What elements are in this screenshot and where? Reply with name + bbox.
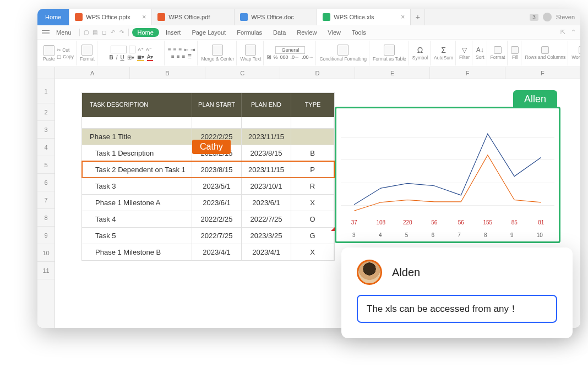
indent-right-icon[interactable]: ⇥ <box>190 47 195 53</box>
tab-file-doc[interactable]: WPS Office.doc <box>235 9 317 25</box>
cell-end[interactable]: 2023/11/15 <box>242 129 291 145</box>
table-row[interactable]: Task 52022/7/252023/3/25G <box>82 227 334 244</box>
fill-color-button[interactable]: ◼▾ <box>137 54 144 61</box>
align-center-icon[interactable]: ≡ <box>177 53 180 59</box>
ribbon-tab-view[interactable]: View <box>323 29 345 36</box>
ribbon-tab-insert[interactable]: Insert <box>161 29 186 36</box>
cell-start[interactable]: 2022/7/25 <box>192 228 242 244</box>
col-header[interactable]: B <box>130 67 205 79</box>
cut-button[interactable]: ✂ Cut <box>57 47 74 53</box>
cell-desc[interactable]: Task 1 Description <box>82 145 192 161</box>
comma-icon[interactable]: 000 <box>280 54 288 60</box>
font-family-select[interactable] <box>111 46 127 53</box>
cell-end[interactable]: 2023/10/1 <box>242 178 291 194</box>
cell-desc[interactable]: Phase 1 Milestone B <box>82 244 192 260</box>
col-header[interactable]: C <box>205 67 280 79</box>
ribbon-symbol[interactable]: Ω Symbol <box>410 41 431 65</box>
print-icon[interactable]: ▤ <box>92 29 99 35</box>
row-header[interactable]: 1 <box>37 79 55 103</box>
ribbon-format2[interactable]: Format <box>488 41 508 65</box>
table-row[interactable]: Phase 1 Milestone A2023/6/12023/6/1X <box>82 194 334 211</box>
ribbon-conditional-formatting[interactable]: Conditional Formatting <box>317 41 369 65</box>
user-avatar[interactable] <box>543 13 552 21</box>
percent-icon[interactable]: % <box>273 54 277 60</box>
cell-type[interactable]: R <box>291 178 334 194</box>
row-header[interactable]: 10 <box>37 244 55 262</box>
close-icon[interactable]: × <box>138 13 146 21</box>
chart[interactable]: Allen 3710822056561558581345678910 <box>335 100 560 243</box>
ribbon-merge[interactable]: Merge & Center <box>199 41 237 65</box>
ribbon-filter[interactable]: ▽ Filter <box>457 41 472 65</box>
cell-start[interactable]: 2023/8/15 <box>192 162 242 178</box>
row-header[interactable]: 6 <box>37 174 55 191</box>
notification-badge[interactable]: 3 <box>530 14 538 21</box>
cell-desc[interactable]: Phase 1 Milestone A <box>82 195 192 211</box>
underline-button[interactable]: U <box>120 54 124 61</box>
cell-desc[interactable]: Task 3 <box>82 178 192 194</box>
cell-type[interactable]: B <box>291 145 334 161</box>
hamburger-icon[interactable] <box>42 30 50 34</box>
row-header[interactable]: 2 <box>37 103 55 121</box>
font-color-button[interactable]: A▾ <box>147 54 154 61</box>
col-header[interactable]: F <box>430 67 505 79</box>
align-top-icon[interactable]: ≡ <box>168 47 171 53</box>
col-header[interactable]: D <box>280 67 355 79</box>
cell-end[interactable]: 2022/7/25 <box>242 211 291 227</box>
font-size-select[interactable] <box>129 46 136 53</box>
ribbon-sort[interactable]: A↓ Sort <box>473 41 487 65</box>
align-bottom-icon[interactable]: ≡ <box>179 47 182 53</box>
ribbon-tab-formulas[interactable]: Formulas <box>232 29 266 36</box>
row-header[interactable]: 8 <box>37 209 55 227</box>
table-row[interactable]: Task 2 Dependent on Task 12023/8/152023/… <box>82 161 334 178</box>
row-header[interactable]: 3 <box>37 121 55 139</box>
select-all-corner[interactable] <box>37 67 55 79</box>
table-row[interactable]: Task 32023/5/12023/10/1R <box>82 178 334 194</box>
cell-type[interactable]: X <box>291 244 334 260</box>
border-button[interactable]: ⊞▾ <box>127 54 134 61</box>
table-row[interactable]: Phase 1 Milestone B2023/4/12023/4/1X <box>82 244 334 260</box>
increase-font-icon[interactable]: A⁺ <box>138 47 144 52</box>
ribbon-tab-home[interactable]: Home <box>132 28 159 37</box>
menu-button[interactable]: Menu <box>52 29 76 36</box>
align-left-icon[interactable]: ≡ <box>171 53 175 59</box>
preview-icon[interactable]: ◻ <box>101 29 107 35</box>
new-tab-button[interactable]: + <box>411 9 425 25</box>
tab-home[interactable]: Home <box>37 9 69 25</box>
align-right-icon[interactable]: ≡ <box>182 53 186 59</box>
cell-end[interactable]: 2023/4/1 <box>242 244 291 260</box>
tab-file-pdf[interactable]: WPS Office.pdf <box>152 9 235 25</box>
tab-file-xls[interactable]: WPS Office.xls × <box>317 9 411 25</box>
ribbon-tab-page-layout[interactable]: Page Layout <box>187 29 230 36</box>
decrease-font-icon[interactable]: A⁻ <box>146 47 152 52</box>
row-header[interactable]: 5 <box>37 156 55 174</box>
number-format-select[interactable]: General <box>275 46 305 54</box>
cell-desc[interactable]: Phase 1 Title <box>82 129 192 145</box>
cell-type[interactable]: X <box>291 195 334 211</box>
col-header[interactable]: E <box>355 67 430 79</box>
cell-start[interactable]: 2023/5/1 <box>192 178 242 194</box>
ribbon-tab-data[interactable]: Data <box>269 29 290 36</box>
col-header[interactable]: A <box>55 67 130 79</box>
ribbon-worksheet[interactable]: Worksheet <box>569 41 580 65</box>
decrease-decimal-icon[interactable]: .0← <box>290 54 300 60</box>
currency-icon[interactable]: ₪ <box>267 54 271 60</box>
italic-button[interactable]: I <box>116 54 118 61</box>
close-icon[interactable]: × <box>396 13 405 21</box>
copy-button[interactable]: ▢ Copy <box>57 54 74 59</box>
cell-type[interactable] <box>291 129 334 145</box>
ribbon-tab-review[interactable]: Review <box>292 29 321 36</box>
cell-desc[interactable]: Task 4 <box>82 211 192 227</box>
cell-end[interactable]: 2023/3/25 <box>242 228 291 244</box>
redo-icon[interactable]: ↷ <box>118 29 125 35</box>
undo-icon[interactable]: ↶ <box>110 29 116 35</box>
comment-input[interactable]: The xls can be accessed from any！ <box>357 295 557 323</box>
tab-file-pptx[interactable]: WPS Office.pptx × <box>69 9 152 25</box>
row-header[interactable]: 11 <box>37 262 55 279</box>
cell-start[interactable]: 2023/6/1 <box>192 195 242 211</box>
ribbon-tab-tools[interactable]: Tools <box>347 29 371 36</box>
increase-decimal-icon[interactable]: .00→ <box>302 54 314 60</box>
cell-desc[interactable]: Task 5 <box>82 228 192 244</box>
cell-start[interactable]: 2022/2/25 <box>192 211 242 227</box>
cell-type[interactable]: P <box>291 162 334 178</box>
cell-start[interactable]: 2023/4/1 <box>192 244 242 260</box>
